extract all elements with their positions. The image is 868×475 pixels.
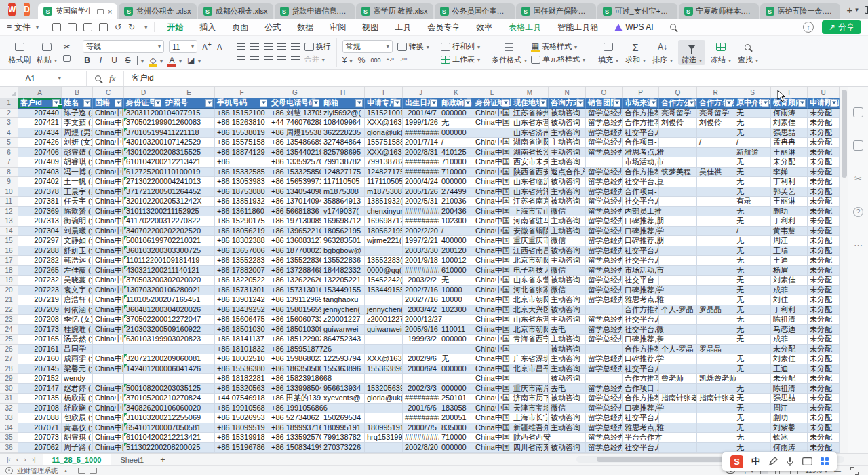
cell-N7[interactable]: 主动咨询 [549, 157, 586, 168]
cell-M28[interactable]: 北京市昌平 [511, 364, 549, 375]
cell-M9[interactable]: 山东省临沂 [511, 177, 549, 187]
cell-R8[interactable]: 吴佳祺 [697, 168, 734, 178]
cell-J13[interactable]: ######### [403, 216, 439, 227]
cell-G21[interactable]: +86 1391129694 [269, 295, 321, 305]
cell-S14[interactable]: / [734, 227, 771, 237]
cell-H1[interactable]: 邮箱 [321, 98, 365, 109]
cell-S36[interactable]: 无 [734, 443, 771, 453]
cell-H10[interactable]: m1875308 [321, 187, 365, 197]
cell-F3[interactable]: +86 15263810 [215, 118, 269, 128]
cell-H34[interactable]: 180995191 [321, 423, 365, 434]
cell-U6[interactable]: 未分配 [808, 148, 840, 158]
filter-dropdown-icon[interactable] [83, 99, 91, 107]
row-number[interactable]: 5 [0, 138, 18, 148]
cell-C3[interactable]: China中国 [93, 118, 124, 128]
copy-icon[interactable] [62, 54, 71, 64]
cell-A13[interactable]: 207313 [18, 216, 62, 227]
file-menu[interactable]: ≡文件▾ [0, 22, 45, 33]
cell-H5[interactable]: 327484864 [321, 138, 365, 148]
document-tab[interactable]: S高学历 教授.xlsx [356, 3, 433, 19]
cell-T28[interactable]: 王迪 [771, 364, 808, 375]
cell-P18[interactable]: 市场活动,市 [623, 266, 659, 276]
cell-A19[interactable]: 207232 [18, 276, 62, 286]
column-header-B[interactable]: B [62, 87, 93, 98]
cell-R11[interactable] [697, 197, 734, 207]
cell-M2[interactable]: 江苏省徐州 [511, 109, 549, 119]
upload-cloud-icon[interactable]: ↑ [803, 22, 814, 33]
cell-P8[interactable]: 合作方推荐 [623, 168, 659, 178]
docer-icon[interactable]: D [24, 3, 30, 16]
cell-T2[interactable]: 何雨涛 [771, 109, 808, 119]
cell-O26[interactable] [586, 345, 623, 355]
tab-list-chevron-icon[interactable]: ▾ [855, 6, 859, 13]
column-header-A[interactable]: A [18, 87, 62, 98]
cell-B10[interactable]: 王晨宇 (男 [62, 187, 93, 197]
cell-U13[interactable]: 未分配 [808, 216, 840, 227]
cell-P6[interactable]: 雅思考点,雅 [623, 148, 659, 158]
cell-G36[interactable]: +86 1508341990 [269, 443, 321, 453]
cell-D18[interactable]: 430321200211140121 [124, 266, 163, 276]
cell-M24[interactable]: 北京市朝阳 [511, 325, 549, 335]
cell-B24[interactable]: 桂婉唯 (女 [62, 325, 93, 335]
row-number[interactable]: 35 [0, 433, 18, 443]
cell-L23[interactable]: China中国 [473, 315, 511, 325]
cell-N33[interactable]: 被动咨询 [549, 413, 586, 423]
justify-icon[interactable] [277, 56, 286, 62]
cell-A33[interactable]: 207088 [18, 413, 62, 423]
cell-H4[interactable]: 362228235 [321, 128, 365, 138]
row-number[interactable]: 28 [0, 364, 18, 375]
fx-icon[interactable]: fx [109, 73, 115, 84]
cell-C17[interactable]: China中国 [93, 256, 124, 266]
cell-F28[interactable]: +86 15536380 [215, 364, 269, 375]
find-button[interactable]: 查找▾ [736, 40, 760, 65]
cell-D35[interactable]: 610104200212213421 [124, 433, 163, 443]
cell-A36[interactable]: 207062 [18, 443, 62, 453]
cell-T7[interactable]: 未分配 [771, 157, 808, 168]
cell-F21[interactable]: +86 13901242 [215, 295, 269, 305]
menu-item-会员专享[interactable]: 会员专享 [419, 20, 468, 35]
cell-T5[interactable]: 孟冉冉 [771, 138, 808, 148]
cell-M20[interactable]: 河北省张家 [511, 286, 549, 296]
cell-O14[interactable]: 留学总经办 [586, 227, 623, 237]
cell-C7[interactable]: China中国 [93, 157, 124, 168]
cell-B15[interactable]: 文静如 (女 [62, 236, 93, 246]
increase-indent-icon[interactable] [291, 43, 300, 50]
cell-O24[interactable]: 留学总经办 [586, 325, 623, 335]
cell-B30[interactable]: 赵君婷 (女 [62, 384, 93, 394]
cell-D16[interactable]: 360103200303300725 [124, 246, 163, 256]
cell-K6[interactable]: 410125 [439, 148, 473, 158]
cell-H20[interactable]: 153449155 [321, 286, 365, 296]
cell-D32[interactable]: 340826200106060020 [124, 404, 163, 414]
cell-J20[interactable]: 2002/7/16 [403, 286, 439, 296]
cell-Q35[interactable] [659, 433, 697, 443]
cell-B23[interactable]: 季忆 (女) [62, 315, 93, 325]
cell-G27[interactable]: +86 1598680231 [269, 354, 321, 364]
undo-icon[interactable]: ↺ [115, 22, 121, 32]
cell-I10[interactable]: m1875308 [365, 187, 403, 197]
cell-E29[interactable] [163, 374, 215, 384]
cell-Q34[interactable] [659, 423, 697, 434]
cell-N3[interactable]: 被动咨询 [549, 118, 586, 128]
cell-D17[interactable]: 110112200109181419 [124, 256, 163, 266]
cell-R20[interactable] [697, 286, 734, 296]
cell-P30[interactable]: 合作项目-. [623, 384, 659, 394]
cell-I12[interactable]: chenxinyur [365, 207, 403, 217]
cell-R29[interactable]: 凯烁曾老师 [697, 374, 734, 384]
cell-R27[interactable] [697, 354, 734, 364]
rows-columns-button[interactable]: 行和列▾ [441, 41, 480, 52]
cell-L24[interactable]: China中国 [473, 325, 511, 335]
cell-G1[interactable]: 父母电话号码 [269, 98, 321, 109]
cell-A28[interactable]: 207145 [18, 364, 62, 375]
cell-H3[interactable]: 108409964 [321, 118, 365, 128]
cell-K16[interactable]: 200120 [439, 246, 473, 256]
cell-J11[interactable]: 2002/5/31 [403, 197, 439, 207]
row-number[interactable]: 29 [0, 374, 18, 384]
cell-A3[interactable]: 207421 [18, 118, 62, 128]
cell-K20[interactable]: 10000 [439, 286, 473, 296]
cell-H17[interactable]: 135522836 [321, 256, 365, 266]
cell-U2[interactable]: 未分配 [808, 109, 840, 119]
cell-U18[interactable]: 未分配 [808, 266, 840, 276]
cell-U16[interactable]: 未分配 [808, 246, 840, 256]
cell-D7[interactable]: 610104200212213421 [124, 157, 163, 168]
sum-button[interactable]: Σ求和▾ [624, 40, 647, 65]
